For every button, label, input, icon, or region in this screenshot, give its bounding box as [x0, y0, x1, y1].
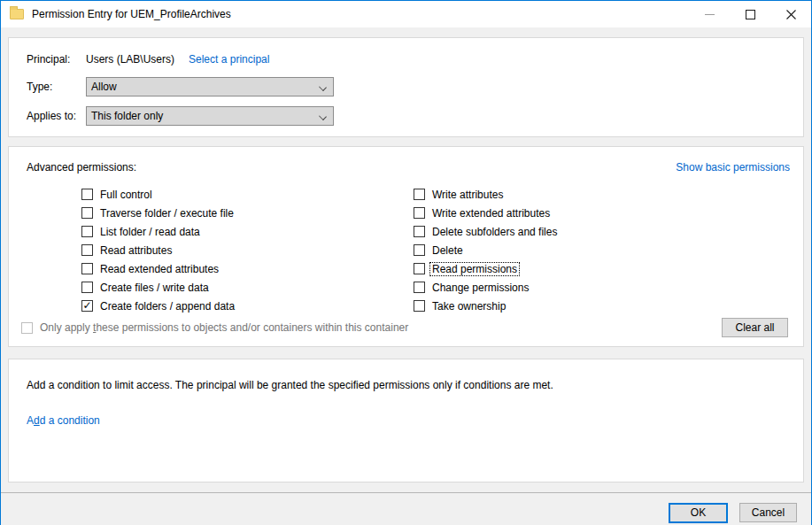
- checkbox-unchecked[interactable]: [81, 244, 93, 256]
- permission-label: Delete subfolders and files: [430, 226, 559, 238]
- checkbox-unchecked[interactable]: [414, 226, 425, 237]
- dialog-body: Principal: Users (LAB\Users) Select a pr…: [1, 27, 811, 483]
- chevron-down-icon: [320, 84, 326, 90]
- permission-label: Write extended attributes: [430, 207, 552, 220]
- checkbox-unchecked[interactable]: [414, 244, 425, 256]
- permission-write-attributes[interactable]: Write attributes: [414, 185, 732, 204]
- permission-label: Delete: [430, 244, 465, 257]
- permission-label: Full control: [98, 189, 154, 201]
- checkbox-unchecked[interactable]: [414, 300, 425, 312]
- checkbox-unchecked[interactable]: [81, 189, 93, 200]
- permission-take-ownership[interactable]: Take ownership: [414, 297, 732, 315]
- chevron-down-icon: [320, 113, 326, 120]
- ok-button[interactable]: OK: [669, 503, 728, 523]
- permission-label: List folder / read data: [98, 226, 202, 238]
- only-apply-row: Only apply these permissions to objects …: [9, 318, 803, 337]
- dialog-footer: OK Cancel: [1, 492, 811, 525]
- checkbox-unchecked[interactable]: [81, 226, 93, 237]
- permission-label: Create files / write data: [98, 282, 211, 294]
- applies-to-row: Applies to: This folder only: [27, 106, 785, 126]
- principal-label: Principal:: [27, 53, 80, 66]
- clear-all-button[interactable]: Clear all: [722, 318, 788, 337]
- permissions-column-left: Full controlTraverse folder / execute fi…: [81, 185, 414, 315]
- permission-change-permissions[interactable]: Change permissions: [414, 278, 732, 297]
- checkbox-unchecked[interactable]: [81, 263, 93, 274]
- permission-full-control[interactable]: Full control: [81, 185, 414, 204]
- window-controls: [689, 1, 811, 27]
- only-apply-label: Only apply these permissions to objects …: [38, 321, 410, 334]
- folder-icon: [10, 9, 24, 19]
- show-basic-permissions-link[interactable]: Show basic permissions: [676, 161, 790, 174]
- principal-section: Principal: Users (LAB\Users) Select a pr…: [8, 37, 804, 137]
- condition-description: Add a condition to limit access. The pri…: [27, 379, 785, 391]
- permission-create-folders-append-data[interactable]: ✓Create folders / append data: [81, 297, 414, 315]
- permission-read-extended-attributes[interactable]: Read extended attributes: [81, 259, 414, 278]
- permission-label: Read extended attributes: [98, 263, 220, 275]
- permission-read-permissions[interactable]: Read permissions: [414, 259, 732, 278]
- checkbox-unchecked[interactable]: [81, 282, 93, 293]
- cancel-button[interactable]: Cancel: [739, 503, 797, 522]
- checkbox-unchecked[interactable]: [414, 189, 425, 200]
- type-dropdown[interactable]: Allow: [86, 77, 334, 97]
- permission-label: Read permissions: [430, 263, 519, 275]
- permission-label: Create folders / append data: [98, 300, 236, 313]
- condition-section: Add a condition to limit access. The pri…: [8, 359, 804, 483]
- close-icon: [786, 10, 796, 19]
- maximize-button[interactable]: [730, 1, 770, 27]
- checkbox-checked[interactable]: ✓: [81, 300, 93, 312]
- applies-to-dropdown-value: This folder only: [91, 110, 163, 122]
- permission-label: Read attributes: [98, 244, 174, 257]
- minimize-icon: [705, 10, 715, 19]
- permission-list-folder-read-data[interactable]: List folder / read data: [81, 222, 414, 241]
- permission-delete[interactable]: Delete: [414, 241, 732, 259]
- checkbox-unchecked[interactable]: [414, 263, 425, 274]
- minimize-button[interactable]: [689, 1, 730, 27]
- advanced-permissions-header: Advanced permissions: Show basic permiss…: [9, 161, 803, 174]
- principal-value: Users (LAB\Users): [86, 53, 174, 66]
- checkbox-unchecked[interactable]: [414, 207, 425, 219]
- permission-label: Write attributes: [430, 189, 505, 201]
- window-title: Permission Entry for UEM_ProfileArchives: [32, 8, 231, 20]
- permission-traverse-folder-execute-file[interactable]: Traverse folder / execute file: [81, 204, 414, 222]
- permission-delete-subfolders-and-files[interactable]: Delete subfolders and files: [414, 222, 732, 241]
- type-row: Type: Allow: [27, 77, 785, 97]
- add-condition-link[interactable]: Add a condition: [27, 414, 100, 427]
- advanced-permissions-label: Advanced permissions:: [27, 161, 136, 174]
- titlebar: Permission Entry for UEM_ProfileArchives: [1, 1, 811, 27]
- permissions-grid: Full controlTraverse folder / execute fi…: [9, 185, 803, 315]
- type-dropdown-value: Allow: [91, 81, 117, 93]
- advanced-permissions-section: Advanced permissions: Show basic permiss…: [8, 146, 804, 347]
- permission-entry-dialog: Permission Entry for UEM_ProfileArchives: [0, 0, 812, 525]
- only-apply-checkbox: [21, 322, 33, 334]
- principal-row: Principal: Users (LAB\Users) Select a pr…: [27, 53, 785, 66]
- permission-read-attributes[interactable]: Read attributes: [81, 241, 414, 259]
- permissions-column-right: Write attributesWrite extended attribute…: [414, 185, 732, 315]
- type-label: Type:: [27, 81, 80, 93]
- close-button[interactable]: [770, 1, 811, 27]
- applies-to-label: Applies to:: [27, 110, 80, 122]
- permission-label: Traverse folder / execute file: [98, 207, 236, 220]
- applies-to-dropdown[interactable]: This folder only: [86, 106, 334, 126]
- select-principal-link[interactable]: Select a principal: [189, 53, 269, 66]
- maximize-icon: [746, 10, 755, 19]
- permission-write-extended-attributes[interactable]: Write extended attributes: [414, 204, 732, 222]
- permission-create-files-write-data[interactable]: Create files / write data: [81, 278, 414, 297]
- checkbox-unchecked[interactable]: [414, 282, 425, 293]
- checkbox-unchecked[interactable]: [81, 207, 93, 219]
- permission-label: Take ownership: [430, 300, 507, 313]
- permission-label: Change permissions: [430, 282, 530, 294]
